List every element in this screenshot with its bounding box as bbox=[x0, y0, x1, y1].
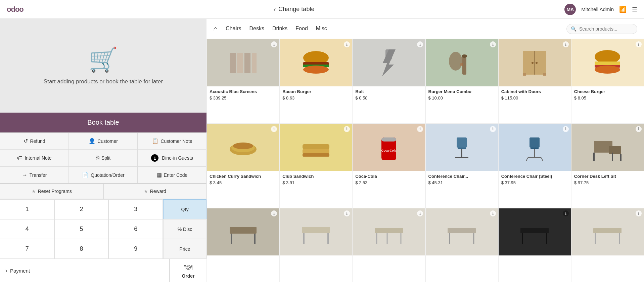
product-info-icon[interactable]: ℹ bbox=[490, 210, 496, 216]
svg-text:Coca-Cola: Coca-Cola bbox=[381, 149, 397, 152]
category-misc[interactable]: Misc bbox=[316, 24, 327, 34]
svg-rect-54 bbox=[375, 228, 403, 233]
product-name: Bacon Burger bbox=[280, 86, 352, 95]
product-price: $ 115.00 bbox=[499, 95, 571, 103]
product-card-dark-desk[interactable]: ℹ bbox=[498, 208, 571, 282]
quotation-order-label: Quotation/Order bbox=[91, 172, 124, 178]
product-card-desk-4[interactable]: ℹ bbox=[425, 208, 498, 282]
product-card-desk-5[interactable]: ℹ bbox=[571, 208, 644, 282]
left-panel: 🛒 Start adding products or book the tabl… bbox=[0, 19, 206, 282]
search-input[interactable] bbox=[579, 26, 633, 32]
product-name: Chicken Curry Sandwich bbox=[207, 171, 279, 180]
product-card-desk-3[interactable]: ℹ bbox=[352, 208, 425, 282]
numpad-grid: 1 2 3 4 5 6 7 8 9 bbox=[0, 199, 163, 259]
internal-note-button[interactable]: 🏷 Internal Note bbox=[0, 149, 69, 167]
enter-code-label: Enter Code bbox=[164, 172, 188, 178]
customer-button[interactable]: 👤 Customer bbox=[69, 133, 138, 149]
dine-in-guests-button[interactable]: 1 Dine-in Guests bbox=[138, 149, 206, 167]
numpad-key-6[interactable]: 6 bbox=[108, 219, 163, 239]
product-info-icon[interactable]: ℹ bbox=[636, 126, 642, 132]
reset-programs-label: Reset Programs bbox=[38, 189, 72, 194]
product-image: Coca-Cola bbox=[353, 124, 425, 171]
svg-rect-38 bbox=[531, 148, 539, 149]
numpad-key-2[interactable]: 2 bbox=[54, 199, 109, 219]
numpad-area: 1 2 3 4 5 6 7 8 9 Qty % Disc Price bbox=[0, 199, 206, 259]
numpad-actions: Qty % Disc Price bbox=[163, 199, 206, 259]
product-card-conference-chair-steel[interactable]: ℹ Conference Chair (Steel) $ 37.95 bbox=[498, 124, 571, 208]
user-name: Mitchell Admin bbox=[581, 6, 614, 12]
product-search-bar[interactable]: 🔍 bbox=[566, 24, 637, 34]
numpad-key-7[interactable]: 7 bbox=[0, 239, 54, 259]
category-desks[interactable]: Desks bbox=[249, 24, 264, 34]
product-price: $ 45.31 bbox=[426, 180, 498, 188]
product-card-chicken-curry-sandwich[interactable]: ℹ Chicken Curry Sandwich $ 3.45 bbox=[206, 124, 279, 208]
product-card-corner-desk-left-sit[interactable]: ℹ Corner Desk Left Sit $ 97.75 bbox=[571, 124, 644, 208]
numpad-key-5[interactable]: 5 bbox=[54, 219, 109, 239]
transfer-button[interactable]: → Transfer bbox=[0, 167, 69, 183]
numpad-key-8[interactable]: 8 bbox=[54, 239, 109, 259]
category-food[interactable]: Food bbox=[295, 24, 308, 34]
product-card-cabinet-with-doors[interactable]: ℹ Cabinet with Doors $ 115.00 bbox=[498, 39, 571, 124]
product-info-icon[interactable]: ℹ bbox=[563, 126, 569, 132]
product-card-bacon-burger[interactable]: ℹ Bacon Burger $ 8.63 bbox=[279, 39, 352, 124]
product-info-icon[interactable]: ℹ bbox=[417, 41, 423, 47]
product-price bbox=[571, 259, 644, 261]
product-info-icon[interactable]: ℹ bbox=[344, 126, 350, 132]
customer-note-button[interactable]: 📋 Customer Note bbox=[138, 133, 206, 149]
back-arrow-icon[interactable]: ‹ bbox=[274, 5, 276, 13]
split-button[interactable]: ⎘ Split bbox=[69, 149, 138, 167]
product-info-icon[interactable]: ℹ bbox=[417, 126, 423, 132]
payment-button[interactable]: › Payment bbox=[0, 259, 170, 282]
product-info-icon[interactable]: ℹ bbox=[271, 126, 277, 132]
split-icon: ⎘ bbox=[96, 155, 99, 161]
product-card-desk-1[interactable]: ℹ bbox=[206, 208, 279, 282]
product-card-burger-menu-combo[interactable]: ℹ Burger Menu Combo $ 10.00 bbox=[425, 39, 498, 124]
quotation-order-button[interactable]: 📄 Quotation/Order bbox=[69, 167, 138, 183]
product-name bbox=[280, 255, 352, 259]
topbar-left: odoo bbox=[7, 5, 24, 14]
category-chairs[interactable]: Chairs bbox=[226, 24, 241, 34]
product-card-club-sandwich[interactable]: ℹ Club Sandwich $ 3.91 bbox=[279, 124, 352, 208]
numpad-key-3[interactable]: 3 bbox=[108, 199, 163, 219]
enter-code-button[interactable]: ▦ Enter Code bbox=[138, 167, 206, 183]
product-grid: ℹ Acoustic Bloc Screens $ 339.25 ℹ Bacon… bbox=[206, 39, 644, 282]
qty-button[interactable]: Qty bbox=[163, 199, 206, 219]
product-image bbox=[280, 208, 352, 255]
numpad-key-4[interactable]: 4 bbox=[0, 219, 54, 239]
product-image bbox=[353, 39, 425, 86]
product-price bbox=[426, 259, 498, 261]
product-name: Cheese Burger bbox=[571, 86, 644, 95]
svg-marker-9 bbox=[382, 49, 396, 76]
home-category-icon[interactable]: ⌂ bbox=[213, 25, 218, 33]
product-info-icon[interactable]: ℹ bbox=[417, 210, 423, 216]
product-info-icon[interactable]: ℹ bbox=[563, 210, 569, 216]
product-info-icon[interactable]: ℹ bbox=[490, 126, 496, 132]
price-button[interactable]: Price bbox=[163, 239, 206, 259]
product-card-coca-cola[interactable]: Coca-Cola ℹ Coca-Cola $ 2.53 bbox=[352, 124, 425, 208]
category-drinks[interactable]: Drinks bbox=[272, 24, 287, 34]
book-table-button[interactable]: Book table bbox=[0, 113, 206, 132]
product-info-icon[interactable]: ℹ bbox=[490, 41, 496, 47]
product-info-icon[interactable]: ℹ bbox=[563, 41, 569, 47]
product-card-acoustic-bloc-screens[interactable]: ℹ Acoustic Bloc Screens $ 339.25 bbox=[206, 39, 279, 124]
product-card-conference-chair[interactable]: ℹ Conference Chair... $ 45.31 bbox=[425, 124, 498, 208]
product-card-cheese-burger[interactable]: ℹ Cheese Burger $ 8.05 bbox=[571, 39, 644, 124]
customer-note-icon: 📋 bbox=[152, 138, 158, 144]
change-table-label[interactable]: Change table bbox=[278, 6, 314, 13]
reward-label: Reward bbox=[150, 189, 166, 194]
product-image bbox=[207, 124, 279, 171]
numpad-key-9[interactable]: 9 bbox=[108, 239, 163, 259]
order-button[interactable]: 🍽 Order bbox=[170, 259, 206, 282]
reset-programs-button[interactable]: ★ Reset Programs bbox=[0, 184, 103, 199]
numpad-key-1[interactable]: 1 bbox=[0, 199, 54, 219]
wifi-icon: 📶 bbox=[619, 6, 627, 13]
refund-button[interactable]: ↺ Refund bbox=[0, 133, 69, 149]
customer-note-label: Customer Note bbox=[160, 138, 192, 144]
product-card-bolt[interactable]: ℹ Bolt $ 0.58 bbox=[352, 39, 425, 124]
svg-rect-19 bbox=[543, 73, 546, 76]
product-card-desk-2[interactable]: ℹ bbox=[279, 208, 352, 282]
hamburger-menu-icon[interactable]: ☰ bbox=[632, 6, 637, 13]
disc-button[interactable]: % Disc bbox=[163, 219, 206, 239]
reward-button[interactable]: ★ Reward bbox=[103, 184, 207, 199]
product-info-icon[interactable]: ℹ bbox=[636, 41, 642, 47]
